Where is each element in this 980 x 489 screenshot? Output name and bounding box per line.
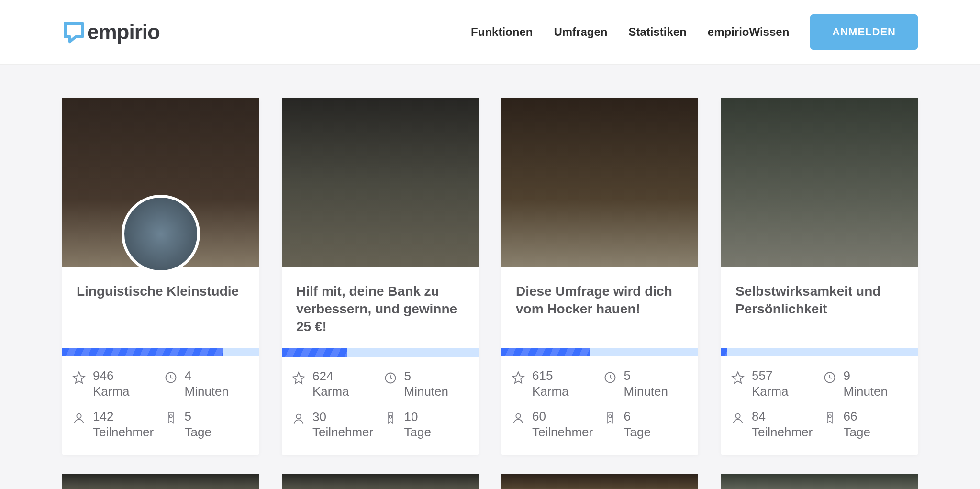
logo-icon — [62, 21, 85, 44]
stat-participants: 60 Teilnehmer — [511, 409, 597, 440]
card-stats: 946 Karma 4 Minuten 142 Teilnehmer — [62, 356, 259, 454]
user-icon — [72, 411, 86, 426]
svg-point-11 — [828, 415, 831, 418]
progress-bar — [721, 348, 918, 356]
svg-point-5 — [389, 415, 392, 418]
clock-icon — [603, 371, 617, 385]
card-body: Diese Umfrage wird dich vom Hocker hauen… — [501, 267, 698, 348]
progress-fill — [501, 348, 590, 356]
stat-karma: 557 Karma — [731, 368, 817, 399]
card-stats: 624 Karma 5 Minuten 30 Teilnehmer — [282, 357, 479, 455]
svg-point-1 — [77, 414, 81, 418]
nav-statistiken[interactable]: Statistiken — [628, 25, 686, 39]
user-icon — [291, 412, 306, 426]
stat-karma: 946 Karma — [72, 368, 158, 399]
avatar — [122, 195, 200, 273]
user-icon — [731, 411, 745, 426]
star-icon — [731, 371, 745, 385]
nav-funktionen[interactable]: Funktionen — [471, 25, 533, 39]
stat-karma: 624 Karma — [291, 368, 378, 400]
star-icon — [72, 371, 86, 385]
svg-point-2 — [169, 415, 172, 418]
stat-duration: 4 Minuten — [164, 368, 250, 399]
card-stats: 615 Karma 5 Minuten 60 Teilnehmer — [501, 356, 698, 454]
stat-days: 10 Tage — [383, 409, 469, 440]
progress-fill — [62, 348, 223, 356]
card-title: Hilf mit, deine Bank zu verbessern, und … — [296, 283, 464, 336]
progress-bar — [282, 348, 479, 357]
card-title: Selbstwirksamkeit und Persönlichkeit — [735, 283, 903, 318]
star-icon — [291, 371, 306, 386]
nav-umfragen[interactable]: Umfragen — [554, 25, 607, 39]
stat-days: 5 Tage — [164, 409, 250, 440]
survey-card[interactable]: Diese Umfrage wird dich vom Hocker hauen… — [501, 98, 698, 455]
stat-duration: 5 Minuten — [603, 368, 689, 399]
card-title: Diese Umfrage wird dich vom Hocker hauen… — [516, 283, 684, 318]
card-image — [501, 98, 698, 267]
card-title: Linguistische Kleinstudie — [77, 283, 245, 300]
card-body: Linguistische Kleinstudie — [62, 267, 259, 348]
progress-fill — [721, 348, 727, 356]
stat-days: 66 Tage — [823, 409, 909, 440]
logo-text: empirio — [87, 20, 160, 44]
nav-empiriowissen[interactable]: empirioWissen — [708, 25, 790, 39]
ribbon-icon — [383, 412, 398, 426]
svg-point-8 — [609, 415, 612, 418]
user-icon — [511, 411, 525, 426]
progress-bar — [501, 348, 698, 356]
svg-point-7 — [516, 414, 520, 418]
survey-card-peek[interactable] — [501, 474, 698, 489]
stat-days: 6 Tage — [603, 409, 689, 440]
ribbon-icon — [823, 411, 837, 426]
login-button[interactable]: ANMELDEN — [810, 14, 918, 50]
card-image — [62, 98, 259, 267]
card-body: Hilf mit, deine Bank zu verbessern, und … — [282, 267, 479, 348]
stat-duration: 9 Minuten — [823, 368, 909, 399]
survey-card-peek[interactable] — [282, 474, 479, 489]
stat-duration: 5 Minuten — [383, 368, 469, 400]
survey-grid-row2 — [0, 474, 980, 489]
stat-participants: 30 Teilnehmer — [291, 409, 378, 440]
survey-card[interactable]: Linguistische Kleinstudie 946 Karma 4 Mi… — [62, 98, 259, 455]
logo[interactable]: empirio — [62, 20, 160, 44]
nav: Funktionen Umfragen Statistiken empirioW… — [471, 14, 918, 50]
survey-card[interactable]: Selbstwirksamkeit und Persönlichkeit 557… — [721, 98, 918, 455]
card-body: Selbstwirksamkeit und Persönlichkeit — [721, 267, 918, 348]
survey-grid: Linguistische Kleinstudie 946 Karma 4 Mi… — [0, 65, 980, 474]
clock-icon — [383, 371, 398, 386]
clock-icon — [823, 371, 837, 385]
survey-card[interactable]: Hilf mit, deine Bank zu verbessern, und … — [282, 98, 479, 455]
svg-point-10 — [735, 414, 740, 418]
card-stats: 557 Karma 9 Minuten 84 Teilnehmer — [721, 356, 918, 454]
survey-card-peek[interactable] — [62, 474, 259, 489]
stat-karma: 615 Karma — [511, 368, 597, 399]
header: empirio Funktionen Umfragen Statistiken … — [0, 0, 980, 65]
ribbon-icon — [164, 411, 178, 426]
stat-participants: 84 Teilnehmer — [731, 409, 817, 440]
progress-bar — [62, 348, 259, 356]
survey-card-peek[interactable] — [721, 474, 918, 489]
clock-icon — [164, 371, 178, 385]
card-image — [282, 98, 479, 267]
progress-fill — [282, 348, 347, 357]
ribbon-icon — [603, 411, 617, 426]
stat-participants: 142 Teilnehmer — [72, 409, 158, 440]
star-icon — [511, 371, 525, 385]
card-image — [721, 98, 918, 267]
svg-point-4 — [296, 414, 301, 419]
